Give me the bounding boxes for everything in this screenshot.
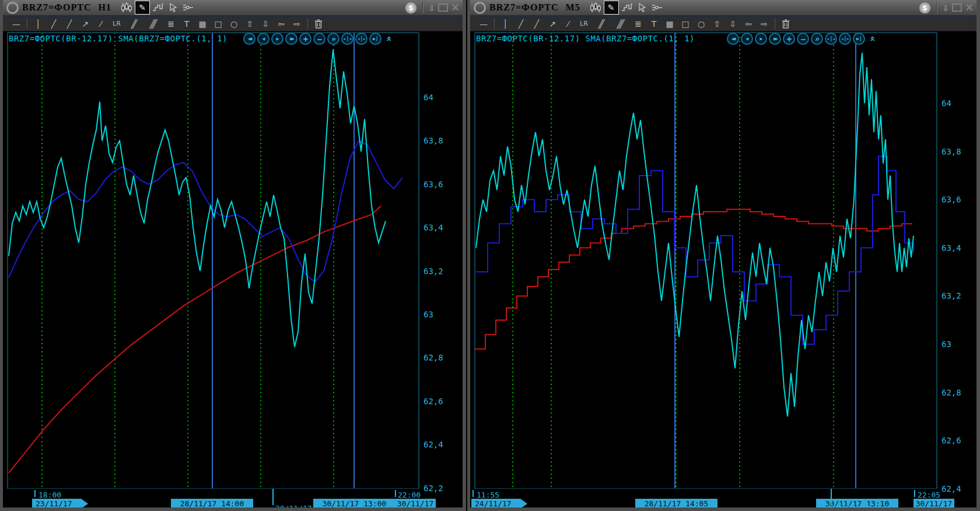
rectangle-tool[interactable]: □ [678, 18, 693, 30]
zoom-out-button[interactable]: − [797, 33, 809, 45]
currency-icon[interactable]: $ [919, 2, 931, 14]
y-axis-label: 63,4 [942, 243, 961, 253]
arrow-left-tool[interactable]: ⇦ [274, 18, 289, 30]
scroll-fast-right-button[interactable]: ▶▶ [285, 33, 298, 45]
scroll-left-button[interactable]: ◀ [257, 33, 270, 45]
y-axis-label: 62,4 [942, 484, 961, 494]
collapse-panel-icon[interactable]: « [868, 36, 879, 42]
expand-scale-button[interactable]: ◂|▸ [839, 33, 851, 45]
vertical-line-tool[interactable]: │ [30, 18, 46, 30]
chart-area[interactable]: BRZ7=ФОРТС(BR-12.17) SMA(BRZ7=ФОРТС.(1, … [470, 32, 977, 508]
fan-lines-tool[interactable]: ╱╱╱ [611, 18, 630, 30]
end-date-box: 30/11/17 [395, 499, 436, 508]
collapse-panel-icon[interactable]: « [384, 36, 396, 42]
scroll-fast-left-button[interactable]: ◀◀ [727, 33, 739, 45]
download-arrow-icon[interactable]: ⇩ [943, 3, 949, 13]
ruler-tool[interactable]: ▦ [662, 18, 677, 30]
linear-regression-tool[interactable]: LR [109, 18, 124, 30]
chart-nav-buttons: ◀◀◀▶▶▶+−⌕▸|◂◂|▸▶|« [727, 33, 876, 45]
ellipse-tool[interactable]: ○ [226, 18, 242, 30]
parallel-channel-tool[interactable]: ╱╱ [125, 18, 144, 30]
ray-line-tool[interactable]: ╱ [62, 18, 77, 30]
arrow-down-tool[interactable]: ⇩ [258, 18, 273, 30]
arrow-up-tool[interactable]: ⇧ [709, 18, 724, 30]
go-to-end-button[interactable]: ▶| [369, 33, 382, 45]
ruler-tool[interactable]: ▦ [195, 18, 210, 30]
candlestick-chart-icon[interactable] [589, 1, 603, 14]
trend-line-tool[interactable]: ╱ [46, 18, 61, 30]
scroll-right-button[interactable]: ▶ [271, 33, 284, 45]
bar-chart-icon[interactable] [151, 1, 165, 14]
segment-tool[interactable]: ⁄ [561, 18, 576, 30]
currency-icon[interactable]: $ [405, 2, 417, 14]
close-button[interactable]: × [965, 2, 973, 13]
arrow-ray-tool[interactable]: ↗ [78, 18, 93, 30]
arrow-ray-tool[interactable]: ↗ [545, 18, 560, 30]
zoom-select-button[interactable]: ⌕ [811, 33, 823, 45]
pencil-draw-icon[interactable]: ✎ [135, 1, 150, 15]
zoom-in-button[interactable]: + [299, 33, 312, 45]
compress-scale-button[interactable]: ▸|◂ [341, 33, 354, 45]
scroll-right-button[interactable]: ▶ [755, 33, 767, 45]
chart-area[interactable]: BRZ7=ФОРТС(BR-12.17) SMA(BRZ7=ФОРТС.(1, … [3, 32, 463, 508]
horizontal-line-tool[interactable]: — [476, 18, 491, 30]
price-chart[interactable] [3, 32, 463, 489]
toolbar-separator [307, 19, 308, 29]
arrow-right-tool[interactable]: ⇨ [757, 18, 772, 30]
minimize-button[interactable] [952, 4, 962, 12]
zoom-out-button[interactable]: − [313, 33, 326, 45]
titlebar[interactable]: BRZ7=ФОРТСH1 ✎ $ ⇩ × [3, 0, 463, 16]
text-tool[interactable]: T [646, 18, 662, 30]
scroll-left-button[interactable]: ◀ [741, 33, 753, 45]
levels-icon[interactable] [181, 1, 195, 14]
price-chart[interactable] [470, 32, 976, 489]
axis-tick [473, 490, 474, 497]
zoom-select-button[interactable]: ⌕ [327, 33, 340, 45]
ellipse-tool[interactable]: ○ [694, 18, 709, 30]
close-button[interactable]: × [452, 2, 459, 13]
vertical-line-tool[interactable]: │ [498, 18, 513, 30]
segment-tool[interactable]: ⁄ [93, 18, 108, 30]
delete-tool[interactable] [311, 18, 326, 30]
minimize-button[interactable] [438, 4, 448, 12]
end-date-box: 30/11/17 [914, 499, 954, 508]
go-to-end-button[interactable]: ▶| [853, 33, 865, 45]
fibonacci-levels-tool[interactable]: ≣ [163, 18, 178, 30]
zoom-in-button[interactable]: + [783, 33, 795, 45]
price-line [9, 50, 386, 347]
fan-lines-tool[interactable]: ╱╱╱ [144, 18, 163, 30]
fibonacci-levels-tool[interactable]: ≣ [631, 18, 646, 30]
arrow-up-tool[interactable]: ⇧ [242, 18, 257, 30]
linear-regression-tool[interactable]: LR [576, 18, 592, 30]
arrow-left-tool[interactable]: ⇦ [741, 18, 756, 30]
download-arrow-icon[interactable]: ⇩ [429, 3, 435, 13]
pencil-draw-icon[interactable]: ✎ [604, 1, 619, 15]
axis-tick [395, 490, 396, 497]
expand-scale-button[interactable]: ◂|▸ [355, 33, 368, 45]
sma-fast-line [9, 141, 402, 282]
cursor-pointer-icon[interactable] [166, 1, 180, 14]
arrow-right-tool[interactable]: ⇨ [289, 18, 304, 30]
parallel-channel-tool[interactable]: ╱╱ [592, 18, 611, 30]
scroll-fast-right-button[interactable]: ▶▶ [769, 33, 781, 45]
rectangle-tool[interactable]: □ [211, 18, 226, 30]
compress-scale-button[interactable]: ▸|◂ [825, 33, 837, 45]
candlestick-chart-icon[interactable] [120, 1, 134, 14]
levels-icon[interactable] [650, 1, 664, 14]
scroll-fast-left-button[interactable]: ◀◀ [243, 33, 256, 45]
instrument-header: BRZ7=ФОРТС(BR-12.17) SMA(BRZ7=ФОРТС.(1, … [476, 34, 695, 43]
delete-tool[interactable] [778, 18, 793, 30]
window-menu-icon[interactable] [474, 2, 486, 14]
y-axis-label: 63,8 [424, 136, 443, 145]
text-tool[interactable]: T [179, 18, 194, 30]
arrow-down-tool[interactable]: ⇩ [725, 18, 740, 30]
y-axis-label: 63 [424, 310, 433, 319]
trend-line-tool[interactable]: ╱ [513, 18, 528, 30]
horizontal-line-tool[interactable]: — [9, 18, 24, 30]
bar-chart-icon[interactable] [620, 1, 634, 14]
window-menu-icon[interactable] [6, 2, 19, 14]
cursor-pointer-icon[interactable] [635, 1, 649, 14]
ray-line-tool[interactable]: ╱ [529, 18, 544, 30]
sub-date-label: 30/11/17 [275, 504, 312, 508]
titlebar[interactable]: BRZ7=ФОРТСM5 ✎ $ ⇩ × [470, 0, 977, 16]
